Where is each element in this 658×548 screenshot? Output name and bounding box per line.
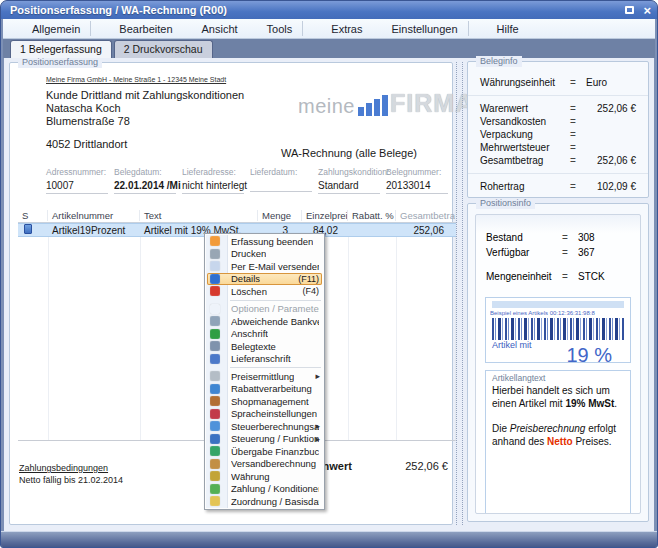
field-value[interactable]: 20133014: [386, 180, 448, 194]
payment-terms-link[interactable]: Zahlungsbedingungen: [19, 463, 123, 473]
context-menu-item[interactable]: Belegtexte: [205, 340, 324, 353]
context-menu-item-label: Zahlung / Konditionen: [231, 483, 319, 494]
info-value: 252,06 €: [586, 102, 636, 115]
context-menu-item[interactable]: Steuerberechnungsart: [205, 420, 324, 433]
city: 4052 Drittlandort: [46, 138, 127, 150]
positionsinfo-panel: Positionsinfo Bestand = 308 Verfügbar = …: [467, 203, 649, 522]
field-value[interactable]: [250, 180, 312, 192]
beleginfo-row: Rohertrag = 102,09 €: [468, 180, 648, 193]
contact-name: Natascha Koch: [46, 102, 121, 114]
panel-splitter[interactable]: [456, 62, 463, 525]
column-header-menge[interactable]: Menge: [258, 210, 302, 221]
column-header-s[interactable]: S: [18, 210, 48, 221]
mail-icon: [210, 261, 220, 271]
context-menu-item[interactable]: Zuordnung / Basisdaten: [205, 495, 324, 508]
context-menu-item[interactable]: Spracheinstellungen: [205, 408, 324, 421]
langtext-paragraph-2: Die Preisberechnung erfolgt anhand des N…: [492, 422, 624, 448]
positionsinfo-row: Mengeneinheit = STCK: [476, 270, 640, 283]
totals-value: 252,06 €: [405, 460, 448, 472]
info-value: 308: [578, 231, 595, 244]
payment-icon: [210, 484, 220, 494]
customer-name: Kunde Drittland mit Zahlungskonditionen: [46, 89, 244, 101]
menubar-item[interactable]: Allgemein: [9, 21, 91, 36]
beleginfo-row: Verpackung =: [468, 128, 648, 141]
image-top-band: [492, 301, 624, 308]
field-label: Belegdatum:: [114, 167, 176, 177]
beleginfo-row: Warenwert = 252,06 €: [468, 102, 648, 115]
context-menu-item[interactable]: Abweichende Bankverbindung: [205, 315, 324, 328]
context-menu-item[interactable]: Übergabe Finanzbuchhaltung: [205, 445, 324, 458]
column-header-rabatt[interactable]: Rabatt. %: [348, 210, 396, 221]
column-header-einzelpreis[interactable]: Einzelpreis: [302, 210, 348, 221]
assignment-icon: [210, 496, 220, 506]
context-menu-item[interactable]: Zahlung / Konditionen: [205, 483, 324, 496]
flag-icon: [210, 329, 220, 339]
field-value[interactable]: 10007: [46, 180, 108, 194]
context-menu-item[interactable]: Anschrift: [205, 328, 324, 341]
context-menu-item[interactable]: Erfassung beenden: [205, 235, 324, 248]
beleginfo-row: Gesamtbetrag = 252,06 €: [468, 154, 648, 174]
column-header-text[interactable]: Text: [140, 210, 258, 221]
menubar-item-label: Einstellungen: [391, 23, 457, 35]
menubar-item[interactable]: Extras: [308, 21, 368, 36]
menubar-item[interactable]: Einstellungen: [368, 21, 468, 36]
row-status-icon: [24, 224, 32, 234]
context-menu-item[interactable]: Rabattverarbeitung: [205, 383, 324, 396]
field-value[interactable]: nicht hinterlegt: [182, 180, 244, 194]
context-menu-item[interactable]: Löschen (F4): [205, 285, 324, 298]
context-menu-item-label: Übergabe Finanzbuchhaltung: [231, 446, 319, 457]
header-field: Lieferdatum:: [250, 167, 312, 194]
view-icon: [185, 22, 198, 35]
settings-icon: [374, 22, 387, 35]
menu-separator: [230, 367, 321, 368]
titlebar: Positionserfassung / WA-Rechnung (R00) ×: [1, 1, 657, 19]
info-label: Bestand: [486, 231, 562, 244]
menubar-item[interactable]: Tools: [244, 21, 304, 36]
cell-gesamtbetrag: 252,06: [396, 225, 456, 236]
info-label: Mehrwertsteuer: [480, 141, 570, 154]
field-value[interactable]: Standard: [318, 180, 380, 194]
context-menu-item[interactable]: Drucken: [205, 248, 324, 261]
shipping-icon: [210, 459, 220, 469]
context-menu-item-label: Steuerberechnungsart: [231, 421, 319, 432]
tab-druckvorschau[interactable]: 2 Druckvorschau: [114, 40, 213, 58]
field-label: Lieferdatum:: [250, 167, 312, 177]
column-header-artikelnummer[interactable]: Artikelnummer: [48, 210, 140, 221]
context-menu-item-label: Spracheinstellungen: [231, 408, 317, 419]
context-menu-item[interactable]: Währung: [205, 470, 324, 483]
context-menu-item[interactable]: Shopmanagement: [205, 395, 324, 408]
context-menu-shortcut: (F4): [303, 286, 320, 296]
beleginfo-row: Mehrwertsteuer =: [468, 141, 648, 154]
arrow-up-right-icon: [15, 22, 28, 35]
exit-icon: [210, 236, 220, 246]
menubar-item[interactable]: Ansicht: [179, 21, 244, 36]
context-menu-item[interactable]: Preisermittlung: [205, 370, 324, 383]
header-fields: Adressnummer: 10007 Belegdatum: 22.01.20…: [46, 167, 448, 194]
logo-text-meine: meine: [298, 95, 355, 118]
column-header-gesamtbetrag[interactable]: Gesamtbetrag: [396, 210, 456, 221]
tools-icon: [250, 22, 263, 35]
artikellangtext-box: Artikellangtext Hierbei handelt es sich …: [485, 370, 631, 514]
payment-terms: Zahlungsbedingungen Netto fällig bis 21.…: [19, 463, 123, 485]
context-menu-item[interactable]: Lieferanschrift: [205, 353, 324, 366]
tab-belegerfassung[interactable]: 1 Belegerfassung: [10, 40, 112, 58]
context-menu-item[interactable]: Per E-Mail versenden: [205, 260, 324, 273]
context-menu-item[interactable]: Steuerung / Funktionen: [205, 433, 324, 446]
info-label: Warenwert: [480, 102, 570, 115]
context-menu-item-label: Währung: [231, 471, 270, 482]
context-menu-item[interactable]: Details (F11): [207, 273, 322, 286]
field-value[interactable]: 22.01.2014 /Mi: [114, 180, 176, 194]
help-icon: [480, 22, 493, 35]
payment-terms-text: Netto fällig bis 21.02.2014: [19, 475, 123, 485]
close-button[interactable]: ×: [643, 5, 651, 16]
menubar-item[interactable]: Hilfe: [474, 21, 525, 36]
context-menu-shortcut: (F11): [298, 274, 319, 284]
restore-button[interactable]: [624, 5, 636, 16]
menubar-item[interactable]: Bearbeiten: [96, 21, 178, 36]
equals-sign: =: [570, 76, 586, 89]
header-field: Belegdatum: 22.01.2014 /Mi: [114, 167, 176, 194]
context-menu-item-label: Drucken: [231, 248, 266, 259]
context-menu-item-label: Details: [231, 273, 260, 284]
context-menu-item[interactable]: Versandberechnung: [205, 458, 324, 471]
tabstrip: 1 Belegerfassung 2 Druckvorschau: [3, 39, 655, 58]
